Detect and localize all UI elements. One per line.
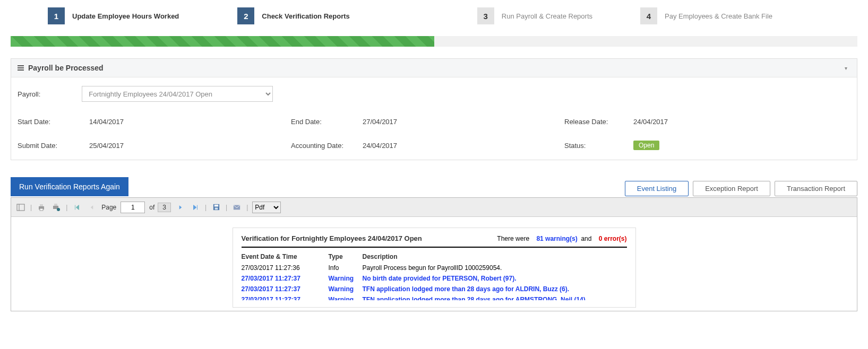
progress-bar [0, 36, 868, 47]
panel-title: Payroll be Processed [28, 64, 104, 72]
format-select[interactable]: Pdf [252, 202, 281, 213]
table-row: 27/03/2017 11:27:37WarningTFN applicatio… [242, 284, 627, 294]
accounting-date-value: 24/04/2017 [363, 142, 564, 150]
payroll-label: Payroll: [18, 90, 40, 98]
viewer-toolbar: | | Page of 3 [11, 198, 857, 217]
svg-rect-3 [40, 204, 43, 206]
page-label: Page [101, 204, 116, 211]
submit-date-label: Submit Date: [18, 142, 89, 150]
first-page-icon[interactable] [72, 202, 82, 213]
wizard-steps: 1 Update Employee Hours Worked 2 Check V… [0, 0, 868, 32]
tab-transaction-report[interactable]: Transaction Report [775, 181, 857, 196]
event-table: Event Date & Time Type Description 27/03… [242, 251, 627, 305]
step-1-number: 1 [48, 7, 65, 24]
next-page-icon[interactable] [175, 202, 186, 213]
step-3[interactable]: 3 Run Payroll & Create Reports [477, 7, 592, 24]
table-row: 27/03/2017 11:27:36InfoPayroll Process b… [242, 263, 627, 273]
payroll-select[interactable]: Fortnightly Employees 24/04/2017 Open [82, 86, 273, 102]
start-date-label: Start Date: [18, 118, 89, 126]
svg-rect-0 [17, 204, 24, 211]
total-pages: 3 [158, 203, 171, 212]
status-badge: Open [633, 141, 659, 150]
step-1-label: Update Employee Hours Worked [72, 12, 179, 20]
start-date-value: 14/04/2017 [89, 118, 291, 126]
end-date-label: End Date: [291, 118, 363, 126]
table-row: 27/03/2017 11:27:37WarningTFN applicatio… [242, 294, 627, 305]
table-row: 27/03/2017 11:27:37WarningNo birth date … [242, 273, 627, 284]
page-input[interactable] [121, 202, 145, 213]
report-title: Verification for Fortnightly Employees 2… [242, 234, 422, 242]
report-tabs: Event Listing Exception Report Transacti… [625, 181, 857, 196]
toggle-tree-icon[interactable] [15, 202, 26, 213]
warning-count: 81 warning(s) [536, 235, 577, 242]
payroll-panel: Payroll be Processed ▾ Payroll: Fortnigh… [11, 58, 857, 160]
step-2[interactable]: 2 Check Verification Reports [237, 7, 349, 24]
step-4-label: Pay Employees & Create Bank File [665, 12, 772, 20]
report-page: Verification for Fortnightly Employees 2… [233, 228, 636, 308]
hamburger-icon[interactable] [18, 65, 24, 71]
step-2-label: Check Verification Reports [262, 12, 349, 20]
print-all-icon[interactable] [51, 202, 62, 213]
save-icon[interactable] [211, 202, 221, 213]
panel-header[interactable]: Payroll be Processed ▾ [11, 59, 857, 77]
svg-rect-10 [214, 207, 218, 210]
release-date-value: 24/04/2017 [633, 118, 740, 126]
step-1[interactable]: 1 Update Employee Hours Worked [48, 7, 179, 24]
release-date-label: Release Date: [564, 118, 633, 126]
print-icon[interactable] [36, 202, 47, 213]
last-page-icon[interactable] [190, 202, 201, 213]
report-summary: There were 81 warning(s) and 0 error(s) [497, 235, 626, 242]
col-desc: Description [363, 251, 627, 263]
svg-rect-9 [214, 205, 218, 207]
status-label: Status: [564, 142, 633, 150]
step-4[interactable]: 4 Pay Employees & Create Bank File [640, 7, 772, 24]
svg-point-7 [57, 208, 60, 211]
accounting-date-label: Accounting Date: [291, 142, 363, 150]
of-label: of [149, 204, 154, 211]
run-verification-button[interactable]: Run Verification Reports Again [11, 177, 128, 196]
tab-exception-report[interactable]: Exception Report [693, 181, 770, 196]
prev-page-icon[interactable] [87, 202, 97, 213]
svg-rect-4 [40, 208, 43, 211]
tab-event-listing[interactable]: Event Listing [625, 181, 689, 196]
submit-date-value: 25/04/2017 [89, 142, 291, 150]
col-type: Type [329, 251, 363, 263]
step-3-number: 3 [477, 7, 494, 24]
end-date-value: 27/04/2017 [363, 118, 564, 126]
collapse-icon[interactable]: ▾ [841, 65, 850, 71]
step-4-number: 4 [640, 7, 657, 24]
email-icon[interactable] [231, 202, 242, 213]
report-viewer: | | Page of 3 [11, 197, 857, 311]
progress-fill [11, 36, 434, 47]
error-count: 0 error(s) [599, 235, 627, 242]
step-3-label: Run Payroll & Create Reports [502, 12, 592, 20]
svg-rect-6 [54, 204, 57, 206]
step-2-number: 2 [237, 7, 254, 24]
col-datetime: Event Date & Time [242, 251, 329, 263]
